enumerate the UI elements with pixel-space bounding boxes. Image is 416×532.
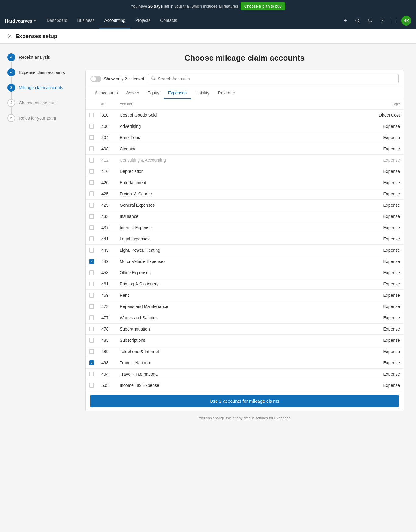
sidebar-step-5: 5 Roles for your team <box>7 114 72 122</box>
toggle-label: Show only 2 selected <box>104 76 144 81</box>
row-checkbox[interactable] <box>89 169 94 174</box>
nav-actions: + ? ⋮⋮ HK <box>340 16 411 26</box>
row-checkbox[interactable] <box>89 135 94 140</box>
row-type: Expense <box>307 335 404 346</box>
row-account: Bank Fees <box>116 132 307 143</box>
row-type: Expense <box>307 346 404 357</box>
row-checkbox[interactable] <box>89 225 94 230</box>
tab-expenses[interactable]: Expenses <box>164 87 191 99</box>
checkbox-cell[interactable] <box>86 369 98 380</box>
checkbox-cell[interactable] <box>86 233 98 245</box>
checkbox-cell[interactable] <box>86 324 98 335</box>
row-checkbox[interactable] <box>89 327 94 331</box>
checkbox-cell[interactable] <box>86 357 98 369</box>
row-type: Expense <box>307 324 404 335</box>
checkbox-cell[interactable] <box>86 200 98 211</box>
checkbox-cell[interactable] <box>86 301 98 312</box>
checkbox-cell[interactable] <box>86 222 98 233</box>
checkbox-cell[interactable] <box>86 290 98 301</box>
row-checkbox[interactable] <box>89 282 94 286</box>
sort-icon[interactable]: ↑ <box>104 103 106 106</box>
table-row: 429General ExpensesExpense <box>86 200 404 211</box>
checkbox-cell[interactable] <box>86 267 98 278</box>
nav-link-dashboard[interactable]: Dashboard <box>42 12 72 29</box>
step-2-wrapper: ✓ Expense claim accounts <box>7 68 72 76</box>
tab-revenue[interactable]: Revenue <box>214 87 239 99</box>
checkbox-cell[interactable] <box>86 335 98 346</box>
tab-liability[interactable]: Liability <box>191 87 214 99</box>
row-checkbox[interactable] <box>89 372 94 376</box>
row-checkbox[interactable] <box>89 203 94 208</box>
row-checkbox[interactable] <box>89 214 94 219</box>
checkbox-cell[interactable] <box>86 278 98 290</box>
row-checkbox[interactable] <box>89 315 94 320</box>
page-layout: ✓ Receipt analysis ✓ Expense claim accou… <box>0 44 416 532</box>
checkbox-cell[interactable] <box>86 245 98 256</box>
row-checkbox[interactable] <box>89 360 94 365</box>
tab-all-accounts[interactable]: All accounts <box>90 87 122 99</box>
row-checkbox[interactable] <box>89 383 94 388</box>
toggle-knob <box>91 76 96 81</box>
nav-link-accounting[interactable]: Accounting <box>99 12 130 29</box>
svg-line-1 <box>358 22 359 23</box>
row-checkbox[interactable] <box>89 236 94 241</box>
close-button[interactable]: ✕ <box>7 33 12 40</box>
checkbox-cell[interactable] <box>86 211 98 222</box>
checkbox-cell[interactable] <box>86 346 98 357</box>
nav-brand[interactable]: Hardycarves ▾ <box>5 18 42 23</box>
checkbox-cell[interactable] <box>86 110 98 121</box>
choose-plan-button[interactable]: Choose a plan to buy <box>241 2 285 10</box>
search-icon-button[interactable] <box>353 16 362 26</box>
row-checkbox[interactable] <box>89 146 94 151</box>
table-row: 469RentExpense <box>86 290 404 301</box>
accounts-card: Show only 2 selected All accounts Assets… <box>85 70 404 411</box>
checkbox-cell[interactable] <box>86 143 98 155</box>
add-button[interactable]: + <box>340 16 350 26</box>
search-input[interactable] <box>158 76 395 81</box>
tab-assets[interactable]: Assets <box>122 87 143 99</box>
row-checkbox[interactable] <box>89 338 94 343</box>
row-checkbox[interactable] <box>89 191 94 196</box>
row-checkbox[interactable] <box>89 248 94 253</box>
row-checkbox[interactable] <box>89 113 94 117</box>
row-checkbox[interactable] <box>89 259 94 264</box>
row-checkbox[interactable] <box>89 124 94 129</box>
checkbox-cell[interactable] <box>86 380 98 391</box>
nav-link-business[interactable]: Business <box>72 12 100 29</box>
row-checkbox[interactable] <box>89 293 94 298</box>
table-row: 441Legal expensesExpense <box>86 233 404 245</box>
row-account: Travel - National <box>116 357 307 369</box>
checkbox-cell[interactable] <box>86 132 98 143</box>
row-checkbox[interactable] <box>89 270 94 275</box>
notifications-button[interactable] <box>365 16 375 26</box>
checkbox-cell[interactable] <box>86 166 98 177</box>
brand-chevron-icon: ▾ <box>34 19 36 23</box>
help-button[interactable]: ? <box>377 16 387 26</box>
grid-icon-button[interactable]: ⋮⋮ <box>389 16 399 26</box>
checkbox-cell[interactable] <box>86 155 98 166</box>
row-type: Expense <box>307 256 404 267</box>
use-accounts-button[interactable]: Use 2 accounts for mileage claims <box>90 395 399 407</box>
row-checkbox[interactable] <box>89 304 94 309</box>
row-checkbox[interactable] <box>89 180 94 185</box>
row-checkbox[interactable] <box>89 349 94 354</box>
nav-link-projects[interactable]: Projects <box>130 12 156 29</box>
checkbox-cell[interactable] <box>86 121 98 132</box>
filter-row: Show only 2 selected <box>86 70 404 87</box>
checkbox-cell[interactable] <box>86 188 98 200</box>
checkbox-cell[interactable] <box>86 312 98 324</box>
tab-equity[interactable]: Equity <box>143 87 164 99</box>
table-row: 461Printing & StationeryExpense <box>86 278 404 290</box>
footer-btn-row: Use 2 accounts for mileage claims <box>86 391 404 411</box>
nav-link-contacts[interactable]: Contacts <box>155 12 182 29</box>
row-type: Expense <box>307 143 404 155</box>
row-number: 441 <box>98 233 116 245</box>
step-4-label: Choose mileage unit <box>19 99 58 106</box>
row-checkbox[interactable] <box>89 158 94 163</box>
avatar[interactable]: HK <box>401 16 411 26</box>
show-selected-toggle[interactable] <box>90 76 101 82</box>
checkbox-cell[interactable] <box>86 256 98 267</box>
step-4-circle: 4 <box>7 99 15 107</box>
row-account: Advertising <box>116 121 307 132</box>
checkbox-cell[interactable] <box>86 177 98 188</box>
